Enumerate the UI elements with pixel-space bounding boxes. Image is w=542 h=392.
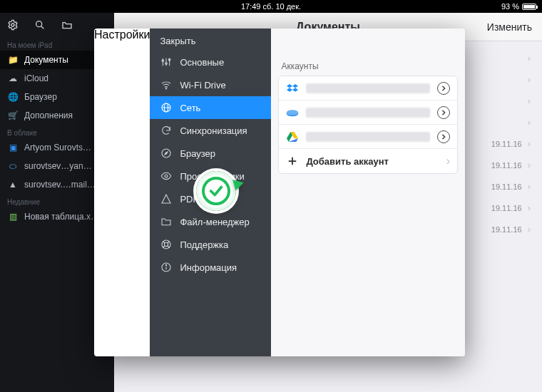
accounts-card: Добавить аккаунт › — [278, 76, 458, 174]
svg-marker-27 — [287, 88, 292, 91]
settings-tab-general[interactable]: Основные — [150, 51, 271, 73]
svg-point-1 — [36, 21, 42, 27]
spreadsheet-icon: ▥ — [7, 211, 19, 222]
close-button[interactable]: Закрыть — [150, 29, 271, 51]
accounts-header: Аккаунты — [271, 54, 465, 76]
sidebar-item-label: Artyom Surovts… — [24, 143, 91, 153]
cloud-icon: ☁︎ — [7, 73, 19, 84]
account-name-redacted — [306, 132, 430, 142]
add-account-label: Добавить аккаунт — [306, 156, 439, 167]
success-badge — [196, 171, 236, 211]
status-clock: 17:49 сб. 10 дек. — [241, 2, 301, 11]
account-row-gdrive[interactable] — [279, 125, 457, 149]
svg-point-0 — [11, 24, 14, 26]
settings-tab-network[interactable]: Сеть — [150, 96, 271, 119]
settings-tab-sync[interactable]: Синхронизация — [150, 119, 271, 142]
svg-line-20 — [163, 246, 165, 248]
sync-icon — [160, 124, 173, 137]
settings-tab-wifi[interactable]: Wi-Fi Drive — [150, 73, 271, 96]
svg-line-2 — [41, 26, 44, 29]
list-item-date: 19.11.16 — [491, 140, 522, 148]
account-row-dropbox[interactable] — [279, 76, 457, 100]
sidebar-item-label: Новая таблица.х… — [24, 212, 99, 222]
svg-marker-28 — [292, 88, 298, 91]
chevron-right-icon: › — [522, 117, 531, 128]
globe-icon: 🌐 — [7, 91, 19, 103]
settings-tab-label: Поддержка — [180, 239, 228, 250]
chevron-right-icon: › — [522, 138, 531, 149]
sidebar-item-label: Дополнения — [24, 110, 73, 120]
settings-tab-label: PDF — [180, 194, 198, 205]
list-item-date: 19.11.16 — [491, 182, 522, 191]
settings-tab-label: Синхронизация — [180, 125, 247, 136]
status-bar: 17:49 сб. 10 дек. 93 % — [0, 0, 542, 13]
svg-point-30 — [287, 110, 299, 115]
sidebar-item-label: surovtsev…yan… — [24, 161, 92, 171]
gdrive-icon: ▲ — [7, 179, 19, 190]
info-icon — [160, 261, 173, 274]
folder-icon — [160, 215, 173, 228]
yandex-disk-icon — [286, 106, 299, 119]
sliders-icon — [160, 56, 173, 68]
list-item-date: 19.11.16 — [491, 225, 522, 234]
svg-marker-26 — [292, 84, 298, 88]
settings-tab-label: Информация — [180, 262, 237, 273]
svg-point-9 — [166, 88, 167, 89]
compass-icon — [160, 147, 173, 160]
gear-icon[interactable] — [7, 19, 19, 31]
chevron-right-icon: › — [446, 155, 450, 167]
settings-tab-filemanager[interactable]: Файл-менеджер — [150, 210, 271, 233]
list-item-date: 19.11.16 — [491, 161, 522, 170]
settings-content: Аккаунты Добавить аккаунт › — [271, 29, 465, 356]
folder-open-icon[interactable] — [61, 19, 73, 31]
disclosure-icon — [437, 106, 450, 119]
svg-marker-25 — [287, 84, 292, 88]
svg-point-17 — [165, 242, 168, 246]
chevron-right-icon: › — [522, 224, 531, 234]
lifebuoy-icon — [160, 238, 173, 251]
disclosure-icon — [437, 130, 450, 143]
add-account-row[interactable]: Добавить аккаунт › — [279, 149, 457, 173]
gdrive-icon — [286, 130, 299, 143]
pdf-icon — [160, 192, 173, 205]
account-row-yandex[interactable] — [279, 100, 457, 125]
edit-button[interactable]: Изменить — [487, 21, 532, 33]
svg-line-21 — [168, 246, 170, 248]
disclosure-icon — [437, 82, 450, 95]
chevron-right-icon: › — [522, 96, 531, 106]
cart-icon: 🛒 — [7, 110, 19, 121]
checkmark-icon — [202, 177, 230, 205]
settings-tab-browser[interactable]: Браузер — [150, 142, 271, 165]
account-name-redacted — [306, 83, 430, 93]
search-icon[interactable] — [34, 19, 46, 31]
dropbox-icon: ▣ — [7, 142, 19, 153]
settings-tab-label: Браузер — [180, 148, 215, 159]
account-name-redacted — [306, 108, 430, 118]
settings-tab-support[interactable]: Поддержка — [150, 233, 271, 256]
dropbox-icon — [286, 82, 299, 95]
settings-modal: Настройки Закрыть Основные Wi-Fi Drive С… — [94, 29, 465, 356]
battery-percent: 93 % — [501, 2, 519, 11]
sidebar-item-label: surovtsev.…mail… — [24, 180, 96, 190]
settings-tab-label: Сеть — [180, 103, 200, 113]
wifi-icon — [160, 78, 173, 91]
globe-icon — [160, 101, 173, 114]
chevron-right-icon: › — [522, 202, 531, 213]
svg-line-18 — [163, 241, 165, 243]
chevron-right-icon: › — [522, 160, 531, 170]
list-item-date: 19.11.16 — [491, 204, 522, 212]
settings-tab-label: Файл-менеджер — [180, 217, 249, 227]
chevron-right-icon: › — [522, 181, 531, 192]
sidebar-item-label: iCloud — [24, 73, 48, 83]
svg-point-15 — [165, 175, 168, 177]
yandex-disk-icon: ⬭ — [7, 160, 19, 172]
plus-icon — [286, 155, 299, 167]
folder-icon: 📁 — [7, 54, 19, 66]
svg-point-24 — [166, 264, 167, 265]
chevron-right-icon: › — [522, 74, 531, 85]
sidebar-item-label: Документы — [24, 55, 68, 65]
sidebar-item-label: Браузер — [24, 92, 57, 102]
svg-marker-14 — [165, 152, 168, 155]
eye-icon — [160, 170, 173, 182]
settings-tab-info[interactable]: Информация — [150, 256, 271, 279]
